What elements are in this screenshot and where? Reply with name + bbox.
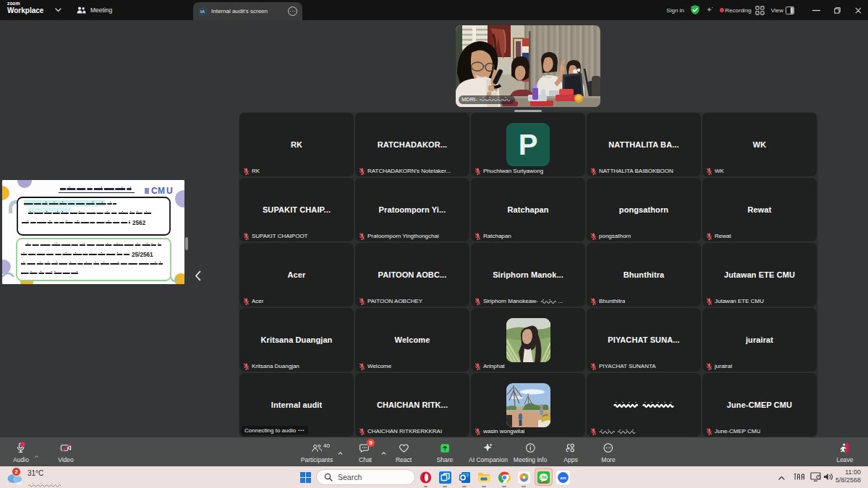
svg-text:M: M [158,186,165,196]
svg-text:zm: zm [560,475,566,480]
svg-text:C: C [151,186,158,196]
svg-text:LINE: LINE [540,475,547,479]
svg-text:2562: 2562 [132,220,146,226]
svg-text:U: U [166,186,173,196]
svg-text:25/2561: 25/2561 [132,252,153,258]
